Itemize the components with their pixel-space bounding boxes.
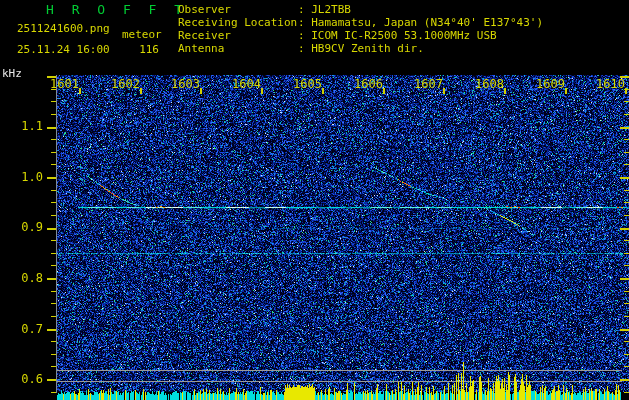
freq-tick-label: 0.8: [13, 271, 43, 285]
time-tick-label: 1607: [414, 77, 444, 91]
info-value: Hamamatsu, Japan (N34°40' E137°43'): [311, 16, 543, 29]
time-tick-label: 1604: [232, 77, 262, 91]
info-label: Receiver: [178, 29, 298, 42]
time-tick-label: 1601: [50, 77, 80, 91]
hrofft-screen: H R O F F T 2511241600.png meteor 25.11.…: [0, 0, 629, 400]
info-label: Receiving Location: [178, 16, 298, 29]
time-tick-label: 1608: [475, 77, 505, 91]
time-tick-label: 1610: [596, 77, 626, 91]
echo-count: 116: [133, 44, 159, 56]
info-separator: :: [298, 42, 311, 55]
time-tick-label: 1602: [111, 77, 141, 91]
info-value: JL2TBB: [311, 3, 351, 16]
station-info-row: Receiver: ICOM IC-R2500 53.1000MHz USB: [178, 29, 543, 42]
station-info-row: Observer: JL2TBB: [178, 3, 543, 16]
mode-label: meteor: [122, 29, 162, 41]
spectrogram-canvas: [0, 0, 629, 400]
time-tick-label: 1605: [293, 77, 323, 91]
freq-tick-label: 0.6: [13, 372, 43, 386]
time-tick-label: 1606: [354, 77, 384, 91]
time-tick-label: 1603: [171, 77, 201, 91]
info-value: HB9CV Zenith dir.: [311, 42, 424, 55]
freq-axis-unit: kHz: [2, 68, 22, 80]
info-separator: :: [298, 3, 311, 16]
output-filename: 2511241600.png: [17, 23, 110, 35]
station-info-row: Antenna: HB9CV Zenith dir.: [178, 42, 543, 55]
freq-tick-label: 0.7: [13, 322, 43, 336]
app-title: H R O F F T: [46, 4, 187, 16]
time-tick-label: 1609: [536, 77, 566, 91]
info-label: Antenna: [178, 42, 298, 55]
info-label: Observer: [178, 3, 298, 16]
info-separator: :: [298, 16, 311, 29]
info-value: ICOM IC-R2500 53.1000MHz USB: [311, 29, 496, 42]
station-info-row: Receiving Location: Hamamatsu, Japan (N3…: [178, 16, 543, 29]
station-info: Observer: JL2TBBReceiving Location: Hama…: [178, 3, 543, 55]
datetime-label: 25.11.24 16:00: [17, 44, 110, 56]
freq-tick-label: 0.9: [13, 220, 43, 234]
info-separator: :: [298, 29, 311, 42]
freq-tick-label: 1.1: [13, 119, 43, 133]
freq-tick-label: 1.0: [13, 170, 43, 184]
